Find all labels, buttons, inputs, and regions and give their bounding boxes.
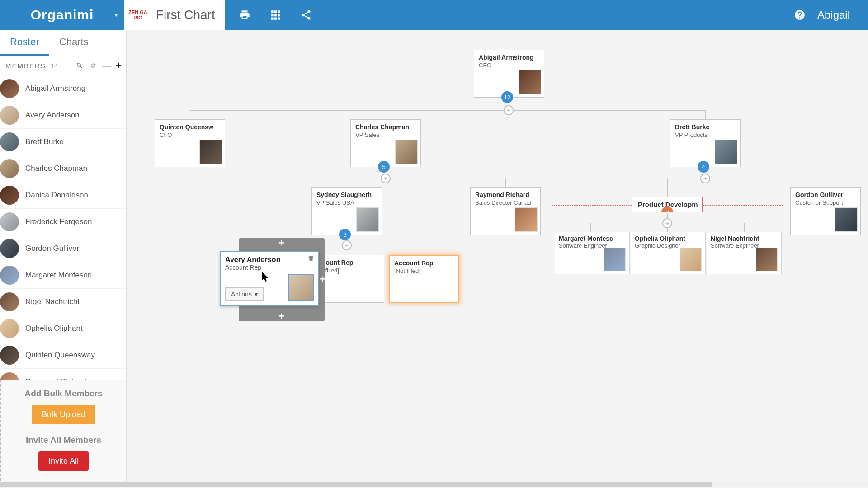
org-node-ceo[interactable]: Abigail Armstrong CEO 12 [474,50,544,98]
tab-charts[interactable]: Charts [49,30,99,56]
member-item[interactable]: Nigel Nachtricht [0,289,126,315]
org-node-dept-member[interactable]: Nigel Nachtricht Software Engineer [707,232,782,274]
member-name: Frederick Fergeson [25,217,92,226]
node-photo [756,248,778,271]
drag-card-name: Avery Anderson [225,256,314,264]
tab-roster[interactable]: Roster [0,30,49,56]
caret-down-icon: ▾ [115,12,118,18]
add-child-icon[interactable]: + [504,105,514,115]
horizontal-scrollbar[interactable] [0,482,868,487]
org-node-sales-dir-canada[interactable]: Raymond Richard Sales Director Canad [470,187,541,235]
org-logo[interactable]: ZEN GA RIO [124,0,151,30]
member-item[interactable]: Frederick Fergeson [0,209,126,235]
node-photo [199,140,222,164]
invite-all-button[interactable]: Invite All [38,451,89,471]
node-badge: 4 [698,161,709,173]
node-badge: 3 [339,229,351,240]
avatar [0,239,19,258]
trash-icon[interactable] [307,255,315,264]
member-item[interactable]: Raymond Richardson [0,369,126,380]
actions-dropdown[interactable]: Actions ▾ [225,287,264,301]
node-name: ccount Rep [319,259,379,266]
org-node-account-rep-2-dropzone[interactable]: Account Rep [Not filled] [389,255,459,303]
members-count: 14 [51,62,58,70]
node-photo [835,207,858,232]
member-name: Brett Burke [25,137,64,146]
add-child-icon[interactable]: + [342,240,352,250]
plus-icon[interactable]: + [278,310,284,322]
member-name: Avery Anderson [25,111,80,120]
gear-icon[interactable] [89,61,98,70]
plus-icon[interactable]: + [320,273,326,285]
org-node-cfo[interactable]: Quinten Queensw CFO [155,119,225,167]
avatar [0,212,19,231]
node-photo [604,248,626,271]
node-role: ot filled] [319,267,379,274]
app-header: Organimi ▾ ZEN GA RIO First Chart Abigai… [0,0,868,30]
org-logo-text: ZEN GA RIO [124,9,151,20]
dept-product-development[interactable]: Product Developm 3 + Margaret Montesc So… [552,205,783,300]
add-child-icon[interactable]: + [700,174,710,183]
node-name: Account Rep [394,259,454,267]
add-child-icon[interactable]: + [381,174,391,183]
org-node-dept-member[interactable]: Ophelia Oliphant Graphic Designer [631,232,706,274]
member-item[interactable]: Abigail Armstrong [0,75,126,102]
dept-title[interactable]: Product Developm 3 [632,197,703,212]
drag-card-role: Account Rep [225,264,314,271]
org-node-dept-member[interactable]: Margaret Montesc Software Engineer [555,232,630,274]
avatar [0,319,19,338]
current-user[interactable]: Abigail [817,9,850,21]
avatar [0,79,19,98]
brand-dropdown[interactable]: Organimi ▾ [0,0,124,30]
avatar [0,159,19,178]
node-name: Abigail Armstrong [479,54,539,61]
member-item[interactable]: Avery Anderson [0,102,126,129]
node-role: Sales Director Canad [475,199,536,206]
member-list[interactable]: Abigail Armstrong Avery Anderson Brett B… [0,75,126,380]
org-node-customer-support[interactable]: Gordon Gulliver Customer Support [790,187,861,235]
member-item[interactable]: Ophelia Oliphant [0,315,126,342]
member-name: Abigail Armstrong [25,84,85,93]
node-badge: 12 [501,91,513,103]
member-name: Margaret Montesori [25,271,92,280]
member-item[interactable]: Danica Donaldson [0,182,126,209]
search-icon[interactable] [75,61,84,70]
chart-title[interactable]: First Chart [156,8,215,22]
drag-card-photo [288,274,314,301]
scrollbar-thumb[interactable] [0,482,712,487]
print-icon[interactable] [239,9,250,21]
share-icon[interactable] [300,9,312,21]
bulk-upload-button[interactable]: Bulk Upload [32,405,95,424]
org-node-vp-products[interactable]: Brett Burke VP Products 4 [670,119,741,167]
member-name: Nigel Nachtricht [25,297,80,306]
members-label: MEMBERS [5,62,46,70]
member-item[interactable]: Margaret Montesori [0,262,126,289]
node-photo [356,207,379,232]
node-photo [519,70,541,94]
plus-icon[interactable]: + [278,237,284,249]
node-photo [395,140,418,164]
member-name: Gordon Gulliver [25,244,79,253]
node-photo [515,207,538,232]
member-name: Danica Donaldson [25,191,88,200]
org-node-vp-sales[interactable]: Charles Chapman VP Sales 5 [350,119,421,167]
member-item[interactable]: Charles Chapman [0,155,126,182]
org-node-vp-sales-usa[interactable]: Sydney Slaugherh VP Sales USA 3 [311,187,382,235]
org-chart-canvas[interactable]: + Abigail Armstrong CEO 12 Quinten Queen… [127,30,868,481]
node-role: [Not filled] [394,267,454,274]
add-member-icon[interactable]: + [116,60,122,71]
help-icon[interactable] [794,9,806,21]
node-name: Gordon Gulliver [795,191,856,198]
sidebar: Roster Charts MEMBERS 14 — + Abigail Arm… [0,30,127,481]
node-name: Raymond Richard [475,191,536,198]
member-item[interactable]: Gordon Gulliver [0,235,126,262]
avatar [0,132,19,151]
invite-all-label: Invite All Members [5,435,122,445]
member-name: Quinten Queensway [25,351,95,360]
member-item[interactable]: Quinten Queensway [0,342,126,369]
collapse-icon[interactable]: — [102,61,111,70]
add-child-icon[interactable]: + [662,218,672,228]
caret-down-icon: ▾ [255,291,258,298]
member-item[interactable]: Brett Burke [0,129,126,155]
grid-icon[interactable] [269,9,281,21]
